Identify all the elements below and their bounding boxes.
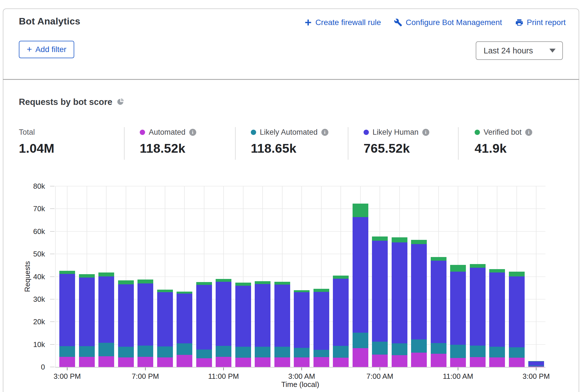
- info-icon[interactable]: i: [321, 129, 328, 136]
- bar-segment-verified-bot[interactable]: [137, 280, 153, 283]
- stacked-bar[interactable]: [79, 186, 95, 367]
- bar-segment-automated[interactable]: [528, 366, 544, 367]
- bar-segment-likely-human[interactable]: [489, 272, 505, 347]
- bar-segment-likely-human[interactable]: [431, 261, 446, 343]
- bar-segment-automated[interactable]: [274, 357, 290, 367]
- bar-segment-likely-human[interactable]: [118, 284, 134, 347]
- bar-segment-verified-bot[interactable]: [216, 279, 231, 282]
- bar-segment-likely-human[interactable]: [79, 278, 95, 346]
- bar-segment-verified-bot[interactable]: [59, 271, 75, 274]
- bar-segment-verified-bot[interactable]: [470, 264, 486, 268]
- bar-segment-verified-bot[interactable]: [509, 272, 525, 276]
- bar-segment-likely-automated[interactable]: [157, 346, 173, 357]
- info-icon[interactable]: i: [525, 129, 532, 136]
- stacked-bar[interactable]: [333, 186, 349, 367]
- bar-segment-verified-bot[interactable]: [255, 281, 270, 284]
- bar-segment-automated[interactable]: [294, 357, 310, 367]
- bar-segment-likely-human[interactable]: [313, 292, 329, 350]
- bar-segment-automated[interactable]: [118, 357, 134, 367]
- stacked-bar[interactable]: [411, 186, 427, 367]
- bar-segment-verified-bot[interactable]: [294, 290, 310, 292]
- bar-segment-likely-automated[interactable]: [118, 347, 134, 358]
- stacked-bar[interactable]: [313, 186, 329, 367]
- bar-segment-likely-human[interactable]: [411, 244, 427, 339]
- bar-segment-likely-human[interactable]: [59, 274, 75, 346]
- bar-segment-likely-human[interactable]: [392, 242, 407, 343]
- bar-segment-likely-automated[interactable]: [98, 343, 114, 356]
- bar-segment-verified-bot[interactable]: [79, 274, 95, 278]
- bar-segment-verified-bot[interactable]: [235, 283, 251, 285]
- bar-segment-automated[interactable]: [509, 358, 525, 367]
- bar-segment-automated[interactable]: [235, 358, 251, 367]
- bar-segment-likely-automated[interactable]: [235, 347, 251, 358]
- bar-segment-likely-human[interactable]: [235, 286, 251, 347]
- bar-segment-likely-automated[interactable]: [489, 347, 505, 358]
- bar-segment-automated[interactable]: [372, 355, 388, 367]
- stacked-bar[interactable]: [196, 186, 212, 367]
- stacked-bar[interactable]: [509, 186, 525, 367]
- bar-segment-likely-automated[interactable]: [333, 346, 349, 358]
- bar-segment-automated[interactable]: [392, 355, 407, 367]
- bar-segment-likely-human[interactable]: [196, 285, 212, 350]
- bar-segment-verified-bot[interactable]: [177, 292, 192, 294]
- bar-segment-automated[interactable]: [98, 356, 114, 367]
- bar-segment-verified-bot[interactable]: [431, 257, 446, 261]
- bar-segment-likely-human[interactable]: [509, 276, 525, 347]
- bar-segment-automated[interactable]: [489, 357, 505, 367]
- bar-segment-automated[interactable]: [137, 357, 153, 367]
- bar-segment-verified-bot[interactable]: [98, 272, 114, 276]
- bar-segment-likely-human[interactable]: [450, 272, 466, 345]
- bar-segment-verified-bot[interactable]: [450, 265, 466, 272]
- bar-segment-automated[interactable]: [450, 358, 466, 367]
- bar-segment-automated[interactable]: [216, 357, 231, 367]
- bar-segment-likely-human[interactable]: [294, 292, 310, 348]
- bar-segment-likely-automated[interactable]: [450, 345, 466, 358]
- bar-segment-automated[interactable]: [431, 354, 446, 367]
- stacked-bar[interactable]: [118, 186, 134, 367]
- bar-segment-verified-bot[interactable]: [353, 204, 368, 217]
- bar-segment-likely-automated[interactable]: [392, 343, 407, 355]
- info-icon[interactable]: i: [422, 129, 429, 136]
- info-icon[interactable]: i: [189, 129, 196, 136]
- bar-segment-verified-bot[interactable]: [489, 269, 505, 272]
- bar-segment-likely-human[interactable]: [353, 217, 368, 333]
- bar-segment-likely-automated[interactable]: [137, 346, 153, 357]
- bar-segment-verified-bot[interactable]: [274, 282, 290, 285]
- bar-segment-likely-human[interactable]: [255, 284, 270, 347]
- stacked-bar[interactable]: [235, 186, 251, 367]
- bar-segment-likely-automated[interactable]: [353, 333, 368, 348]
- stacked-bar[interactable]: [489, 186, 505, 367]
- stacked-bar[interactable]: [157, 186, 173, 367]
- bar-segment-likely-human[interactable]: [528, 361, 544, 366]
- stacked-bar[interactable]: [431, 186, 446, 367]
- stacked-bar[interactable]: [216, 186, 231, 367]
- bar-segment-likely-automated[interactable]: [274, 347, 290, 357]
- bar-segment-verified-bot[interactable]: [157, 290, 173, 292]
- time-range-dropdown[interactable]: Last 24 hours: [476, 41, 563, 60]
- bar-segment-likely-human[interactable]: [137, 283, 153, 346]
- bar-segment-automated[interactable]: [353, 348, 368, 367]
- stacked-bar[interactable]: [372, 186, 388, 367]
- bar-segment-likely-human[interactable]: [333, 279, 349, 346]
- bar-segment-automated[interactable]: [470, 357, 486, 367]
- bar-segment-likely-automated[interactable]: [196, 350, 212, 358]
- stacked-bar[interactable]: [59, 186, 75, 367]
- bar-segment-likely-automated[interactable]: [177, 343, 192, 355]
- bar-segment-verified-bot[interactable]: [313, 289, 329, 292]
- bar-segment-automated[interactable]: [196, 358, 212, 367]
- bar-segment-likely-human[interactable]: [216, 282, 231, 346]
- bar-segment-automated[interactable]: [255, 357, 270, 367]
- print-report-link[interactable]: Print report: [515, 18, 566, 27]
- bar-segment-automated[interactable]: [411, 353, 427, 367]
- bar-segment-likely-human[interactable]: [372, 241, 388, 342]
- stacked-bar[interactable]: [353, 186, 368, 367]
- bar-segment-verified-bot[interactable]: [372, 236, 388, 240]
- add-filter-button[interactable]: + Add filter: [19, 41, 74, 58]
- bar-segment-likely-automated[interactable]: [411, 339, 427, 353]
- bar-segment-likely-human[interactable]: [274, 285, 290, 347]
- bar-segment-likely-human[interactable]: [177, 294, 192, 343]
- stacked-bar[interactable]: [255, 186, 270, 367]
- stacked-bar[interactable]: [274, 186, 290, 367]
- bar-segment-automated[interactable]: [313, 357, 329, 367]
- bar-segment-likely-automated[interactable]: [431, 343, 446, 354]
